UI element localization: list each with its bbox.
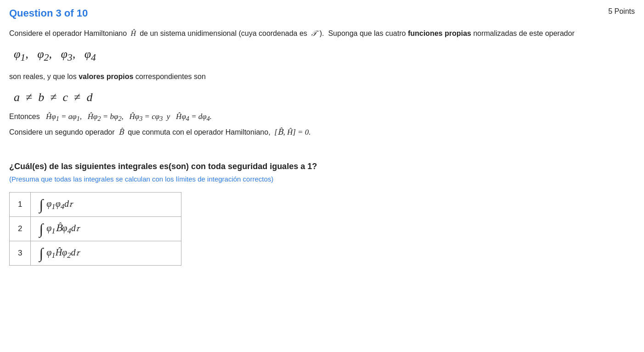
integral-expr-3: φ1Ĥφ2d𝜏: [46, 247, 79, 257]
table-row: 1 ∫ φ1φ4d𝜏: [10, 193, 181, 217]
eigenvalues-intro: son reales, y que los valores propios co…: [9, 71, 635, 83]
equations-inline: Ĥφ1 = aφ1, Ĥφ2 = bφ2, Ĥφ3 = cφ3 y Ĥφ…: [46, 112, 212, 121]
row-number-3: 3: [10, 241, 31, 266]
table-row: 2 ∫ φ1B̂φ4d𝜏: [10, 217, 181, 241]
eigenvalues-display: a ≠ b ≠ c ≠ d: [14, 89, 635, 106]
eigenfunctions-display: φ1, φ2, φ3, φ4: [14, 46, 635, 65]
commutator-eq: [B̂, Ĥ] = 0.: [272, 128, 311, 136]
integral-symbol-1: ∫: [39, 197, 43, 212]
hint-text: (Presuma que todas las integrales se cal…: [9, 175, 635, 183]
integral-expr-1: φ1φ4d𝜏: [46, 199, 73, 209]
conmuta-line: Considere un segundo operador B̂ que con…: [9, 127, 635, 137]
integral-expr-2: φ1B̂φ4d𝜏: [46, 223, 79, 233]
text-correspondientes: correspondientes son: [136, 73, 206, 80]
integral-symbol-2: ∫: [39, 221, 43, 236]
sub-question-text: ¿Cuál(es) de las siguientes integrales e…: [9, 162, 635, 171]
table-row: 3 ∫ φ1Ĥφ2d𝜏: [10, 241, 181, 266]
row-number-2: 2: [10, 217, 31, 241]
header-row: Question 3 of 10 5 Points: [9, 7, 635, 19]
question-intro: Considere el operador Hamiltoniano Ĥ de…: [9, 28, 635, 40]
bold-valores: valores propios: [79, 73, 133, 80]
intro-text-2: de un sistema unidimensional (cuya coord…: [140, 29, 307, 37]
h-operator-inline: Ĥ: [129, 29, 140, 37]
integral-table: 1 ∫ φ1φ4d𝜏 2 ∫ φ1B̂φ4d𝜏 3 ∫: [9, 192, 181, 266]
tau-variable: 𝒯: [309, 29, 317, 37]
intro-text-1: Considere el operador Hamiltoniano: [9, 29, 127, 37]
integral-symbol-3: ∫: [39, 246, 43, 261]
integral-cell-3: ∫ φ1Ĥφ2d𝜏: [31, 241, 181, 266]
entonces-line: Entonces Ĥφ1 = aφ1, Ĥφ2 = bφ2, Ĥφ3 = …: [9, 112, 635, 123]
bold-funciones: funciones propias: [408, 29, 471, 37]
intro-text-3: ). Suponga que las cuatro: [320, 29, 406, 37]
integral-cell-2: ∫ φ1B̂φ4d𝜏: [31, 217, 181, 241]
text-son-reales: son reales, y que los: [9, 73, 77, 80]
entonces-text: Entonces: [9, 113, 44, 120]
b-operator: B̂: [117, 128, 126, 136]
conmuta-text-1: Considere un segundo operador: [9, 128, 115, 136]
row-number-1: 1: [10, 193, 31, 217]
question-label: Question 3 of 10: [9, 7, 88, 19]
points-label: 5 Points: [608, 7, 635, 16]
spacer: [9, 146, 635, 153]
integral-cell-1: ∫ φ1φ4d𝜏: [31, 193, 181, 217]
conmuta-text-2: que conmuta con el operador Hamiltoniano…: [128, 128, 270, 136]
intro-text-4: normalizadas de este operador: [473, 29, 575, 37]
